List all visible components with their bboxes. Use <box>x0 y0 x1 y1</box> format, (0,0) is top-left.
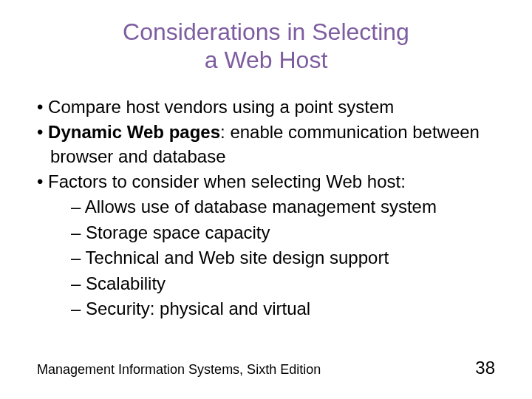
bullet-bold-term: Dynamic Web pages <box>48 122 220 142</box>
sub-bullet-item: Security: physical and virtual <box>87 297 495 321</box>
bullet-item: Compare host vendors using a point syste… <box>50 95 495 119</box>
bullet-item: Dynamic Web pages: enable communication … <box>50 120 495 168</box>
bullet-text: Factors to consider when selecting Web h… <box>48 171 406 191</box>
page-number: 38 <box>475 358 495 378</box>
sub-bullet-text: Storage space capacity <box>86 222 270 242</box>
sub-bullet-item: Storage space capacity <box>87 221 495 245</box>
title-line-1: Considerations in Selecting <box>123 18 409 45</box>
sub-bullet-text: Allows use of database management system <box>85 197 437 216</box>
slide-title: Considerations in Selecting a Web Host <box>37 18 495 75</box>
title-line-2: a Web Host <box>205 47 328 73</box>
sub-bullet-text: Scalability <box>86 273 166 293</box>
sub-bullet-text: Security: physical and virtual <box>86 299 310 318</box>
bullet-item: Factors to consider when selecting Web h… <box>50 170 495 194</box>
footer-source: Management Information Systems, Sixth Ed… <box>37 362 321 378</box>
slide-footer: Management Information Systems, Sixth Ed… <box>37 358 495 378</box>
sub-bullet-item: Scalability <box>87 272 495 296</box>
sub-bullet-item: Technical and Web site design support <box>87 246 495 270</box>
bullet-text: Compare host vendors using a point syste… <box>48 97 394 117</box>
slide-container: Considerations in Selecting a Web Host C… <box>0 0 532 399</box>
sub-bullet-text: Technical and Web site design support <box>86 248 389 267</box>
sub-bullet-item: Allows use of database management system <box>87 195 495 219</box>
slide-body: Compare host vendors using a point syste… <box>37 95 495 321</box>
